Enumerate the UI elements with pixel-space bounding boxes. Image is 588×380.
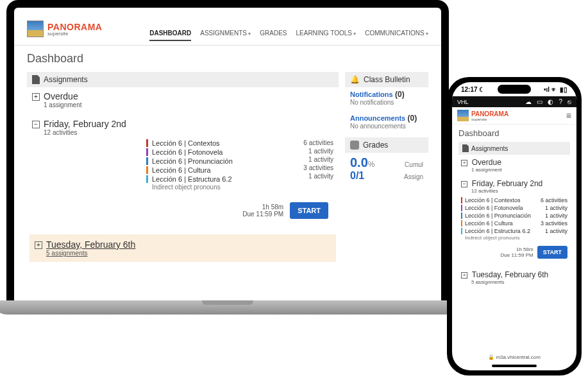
expand-tuesday[interactable]: + xyxy=(35,241,42,249)
friday-lessons: Lección 6 | Contextos Lección 6 | Fotono… xyxy=(146,139,289,191)
grade-assign-label: Assign xyxy=(404,173,423,180)
activity-count: 6 activities xyxy=(541,197,567,203)
lesson-subtopic: Indirect object pronouns xyxy=(465,235,567,241)
assignments-header: Assignments xyxy=(27,72,339,87)
lesson-label: Lección 6 | Contextos xyxy=(152,139,220,147)
lesson-label: Lección 6 | Pronunciación xyxy=(152,157,233,165)
group-overdue: + Overdue 1 assignment xyxy=(27,87,339,115)
nav-learning-tools[interactable]: LEARNING TOOLS xyxy=(296,30,357,41)
friday-title[interactable]: Friday, February 2nd xyxy=(472,179,543,188)
nav-assignments[interactable]: ASSIGNMENTS xyxy=(200,30,251,41)
start-meta: 1h 58m Due 11:59 PM xyxy=(242,203,283,218)
home-indicator[interactable] xyxy=(492,365,537,367)
brand-name: PANORAMA xyxy=(471,110,508,117)
notifications-count: (0) xyxy=(395,90,405,99)
group-friday: − Friday, February 2nd 12 activities Lec… xyxy=(458,176,570,267)
nav-dashboard[interactable]: DASHBOARD xyxy=(149,30,191,41)
laptop-frame: PANORAMA supersite DASHBOARD ASSIGNMENTS… xyxy=(6,0,449,327)
laptop-bezel: PANORAMA supersite DASHBOARD ASSIGNMENTS… xyxy=(6,0,449,300)
status-time: 12:17 ☾ xyxy=(461,86,485,93)
lesson-subtopic: Indirect object pronouns xyxy=(152,184,289,191)
signal-icon: •ıl xyxy=(544,86,550,93)
nav-grades[interactable]: GRADES xyxy=(260,30,287,41)
grade-ratio: 0/1 xyxy=(350,170,364,182)
time-remaining: 1h 58m xyxy=(501,246,533,252)
laptop-notch xyxy=(202,0,253,6)
notifications-section: Notifications (0) No notifications xyxy=(345,87,428,111)
lesson-row[interactable]: Lección 6 | Pronunciación1 activity xyxy=(461,212,567,220)
assignments-header-label: Assignments xyxy=(471,145,508,152)
bell-icon xyxy=(350,75,360,84)
contrast-icon[interactable]: ◐ xyxy=(548,98,553,105)
start-meta: 1h 58m Due 11:59 PM xyxy=(501,246,533,258)
lesson-label: Lección 6 | Estructura 6.2 xyxy=(152,175,232,183)
battery-icon: ▮▯ xyxy=(560,86,567,93)
grade-score: 0.0 xyxy=(350,155,368,169)
phone-screen: 12:17 ☾ •ıl ᯤ ▮▯ VHL ☁ ▭ ◐ ? ⎋ PANORAMA … xyxy=(452,82,576,370)
phone-statusbar: 12:17 ☾ •ıl ᯤ ▮▯ xyxy=(452,82,576,96)
assignments-header: Assignments xyxy=(458,142,570,155)
document-icon xyxy=(32,75,40,84)
start-button[interactable]: START xyxy=(537,246,567,259)
start-button[interactable]: START xyxy=(290,202,328,219)
moon-icon: ☾ xyxy=(479,86,485,93)
time-remaining: 1h 58m xyxy=(242,203,283,211)
friday-sub: 12 activities xyxy=(44,129,333,136)
overdue-sub: 1 assignment xyxy=(471,167,567,173)
tuesday-title[interactable]: Tuesday, February 6th xyxy=(472,270,548,279)
overdue-title[interactable]: Overdue xyxy=(44,91,78,101)
notifications-sub: No notifications xyxy=(350,99,423,106)
dynamic-island xyxy=(498,85,531,94)
grades-header: Grades xyxy=(345,137,428,153)
document-icon xyxy=(462,144,469,152)
screen-icon[interactable]: ▭ xyxy=(537,98,542,105)
phone-frame: 12:17 ☾ •ıl ᯤ ▮▯ VHL ☁ ▭ ◐ ? ⎋ PANORAMA … xyxy=(447,77,582,376)
collapse-friday[interactable]: − xyxy=(461,181,467,187)
grade-pct: % xyxy=(368,160,375,169)
lesson-row[interactable]: Lección 6 | Estructura 6.21 activity xyxy=(461,227,567,235)
wifi-icon: ᯤ xyxy=(551,86,558,93)
lesson-row[interactable]: Lección 6 | Estructura 6.2 xyxy=(146,175,289,184)
overdue-sub: 1 assignment xyxy=(44,101,333,108)
announcements-label[interactable]: Announcements xyxy=(350,114,405,122)
activity-count: 1 activity xyxy=(545,212,567,219)
activity-count: 1 activity xyxy=(545,228,567,234)
mobile-url-bar: 🔒 m3a.vhlcentral.com xyxy=(452,352,576,363)
nav-communications[interactable]: COMMUNICATIONS xyxy=(365,30,428,41)
cloud-icon[interactable]: ☁ xyxy=(525,98,532,105)
group-friday: − Friday, February 2nd 12 activities Lec… xyxy=(27,115,339,234)
overdue-title[interactable]: Overdue xyxy=(472,158,501,167)
activity-count: 1 activity xyxy=(545,205,567,211)
tuesday-title[interactable]: Tuesday, February 6th xyxy=(46,239,135,250)
brand-subtitle: supersite xyxy=(471,117,508,121)
help-icon[interactable]: ? xyxy=(559,98,562,105)
laptop-base xyxy=(0,300,460,315)
lesson-row[interactable]: Lección 6 | Pronunciación xyxy=(146,157,289,166)
group-tuesday: + Tuesday, February 6th 5 assignments xyxy=(29,234,336,262)
brand-logo xyxy=(457,110,469,121)
logout-icon[interactable]: ⎋ xyxy=(567,98,571,105)
friday-title[interactable]: Friday, February 2nd xyxy=(44,119,126,129)
lesson-row[interactable]: Lección 6 | Fotonovela xyxy=(146,148,289,157)
grade-cumul-label: Cumul xyxy=(405,161,423,168)
mobile-appbar: VHL ☁ ▭ ◐ ? ⎋ xyxy=(452,96,576,107)
notifications-label[interactable]: Notifications xyxy=(350,91,393,98)
laptop-screen: PANORAMA supersite DASHBOARD ASSIGNMENTS… xyxy=(14,8,441,300)
lesson-row[interactable]: Lección 6 | Fotonovela1 activity xyxy=(461,204,567,212)
lesson-row[interactable]: Lección 6 | Contextos6 activities xyxy=(461,196,567,204)
expand-overdue[interactable]: + xyxy=(461,160,467,166)
activity-count: 6 activities xyxy=(289,139,333,147)
tuesday-sub: 5 assignments xyxy=(471,279,567,285)
lesson-row[interactable]: Lección 6 | Cultura xyxy=(146,166,289,175)
divider xyxy=(14,45,441,46)
tuesday-sub[interactable]: 5 assignments xyxy=(46,250,331,257)
activity-count: 1 activity xyxy=(289,172,333,180)
lesson-row[interactable]: Lección 6 | Contextos xyxy=(146,139,289,148)
group-overdue: + Overdue 1 assignment xyxy=(458,155,570,176)
announcements-section: Announcements (0) No announcements xyxy=(345,111,428,135)
collapse-friday[interactable]: − xyxy=(32,121,40,128)
hamburger-icon[interactable]: ≡ xyxy=(566,110,571,121)
lesson-row[interactable]: Lección 6 | Cultura3 activities xyxy=(461,220,567,227)
expand-overdue[interactable]: + xyxy=(32,93,40,101)
expand-tuesday[interactable]: + xyxy=(461,272,467,279)
